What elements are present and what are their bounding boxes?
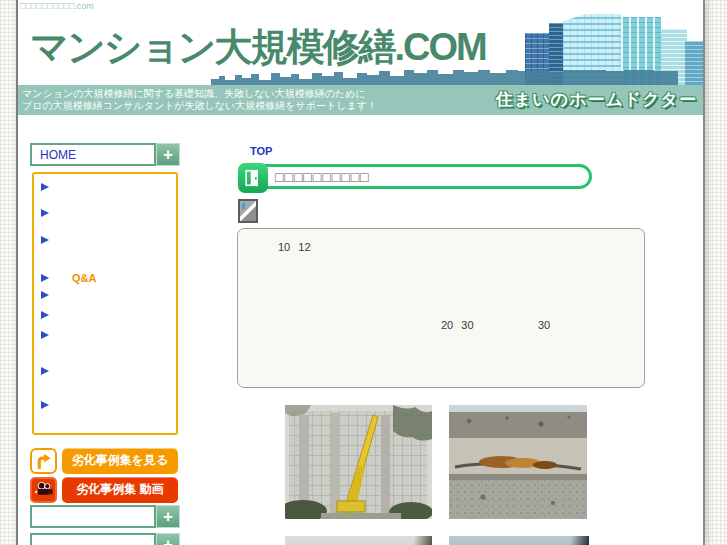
page-container: □□□□□□□□□□.com マンション大規模修繕.COM マンションの大規模修… bbox=[16, 0, 705, 545]
sidebar-menu-item[interactable] bbox=[34, 399, 176, 412]
article-text-box: 10 12 20 30 30 bbox=[237, 228, 645, 388]
header-logo-area: マンション大規模修繕.COM bbox=[18, 14, 703, 85]
breadcrumb-top-link[interactable]: TOP bbox=[250, 145, 272, 157]
sidebar-menu-item[interactable] bbox=[34, 289, 176, 302]
catchcopy-text: 住まいのホームドクター bbox=[496, 88, 697, 111]
plus-icon[interactable]: + bbox=[156, 143, 180, 166]
triangle-bullet-icon bbox=[41, 331, 49, 339]
home-link[interactable]: HOME bbox=[32, 148, 76, 162]
turn-right-arrow-icon bbox=[30, 448, 57, 474]
article-fragment: 20 30 bbox=[441, 319, 474, 331]
sidebar-menu-item[interactable] bbox=[34, 234, 176, 247]
top-strip: □□□□□□□□□□.com bbox=[18, 0, 703, 14]
page-title-bar: □□□□□□□□□□ bbox=[238, 164, 592, 189]
browser-viewport: □□□□□□□□□□.com マンション大規模修繕.COM マンションの大規模修… bbox=[0, 0, 727, 545]
triangle-bullet-icon bbox=[41, 367, 49, 375]
triangle-bullet-icon bbox=[41, 236, 49, 244]
photo-scaffolded-building-with-crane bbox=[285, 405, 432, 519]
plus-icon[interactable]: + bbox=[156, 533, 180, 545]
triangle-bullet-icon bbox=[41, 311, 49, 319]
extra-nav-bar-2: + bbox=[30, 533, 180, 545]
memo-pen-icon bbox=[238, 199, 258, 223]
door-icon bbox=[238, 163, 268, 193]
extra-nav-link-box[interactable] bbox=[30, 533, 156, 545]
triangle-bullet-icon bbox=[41, 291, 49, 299]
sidebar-menu-item[interactable] bbox=[34, 329, 176, 342]
site-title-text: □□□□□□□□□□.com bbox=[20, 1, 94, 11]
photo-row2-right bbox=[449, 536, 589, 545]
tagline-line1: マンションの大規模修繕に関する基礎知識、失敗しない大規模修繕のために bbox=[22, 88, 377, 100]
extra-nav-link-box[interactable] bbox=[30, 505, 156, 528]
photo-concrete-spalling-rust bbox=[449, 405, 587, 519]
case-study-button[interactable]: 劣化事例集を見る bbox=[62, 448, 178, 474]
tagline-line2: プロの大規模修繕コンサルタントが失敗しない大規模修繕をサポートします！ bbox=[22, 100, 377, 112]
photo-row2-left bbox=[285, 536, 432, 545]
sidebar-menu-item-qa[interactable]: Q&A bbox=[34, 272, 176, 285]
tagline-text: マンションの大規模修繕に関する基礎知識、失敗しない大規模修繕のために プロの大規… bbox=[22, 88, 377, 112]
home-link-box[interactable]: HOME bbox=[30, 143, 156, 166]
triangle-bullet-icon bbox=[41, 183, 49, 191]
plus-icon[interactable]: + bbox=[156, 505, 180, 528]
sidebar-menu-item[interactable] bbox=[34, 309, 176, 322]
extra-nav-bar-1: + bbox=[30, 505, 180, 528]
site-logo[interactable]: マンション大規模修繕.COM bbox=[30, 22, 486, 73]
movie-projector-icon bbox=[30, 477, 57, 503]
sidebar-menu-item[interactable] bbox=[34, 181, 176, 194]
article-fragment: 30 bbox=[538, 319, 550, 331]
triangle-bullet-icon bbox=[41, 274, 49, 282]
sidebar-menu-item[interactable] bbox=[34, 365, 176, 378]
case-video-row: 劣化事例集 動画 bbox=[30, 476, 178, 503]
home-nav-bar: HOME + bbox=[30, 143, 180, 166]
triangle-bullet-icon bbox=[41, 209, 49, 217]
case-video-button[interactable]: 劣化事例集 動画 bbox=[62, 477, 178, 503]
case-study-row: 劣化事例集を見る bbox=[30, 447, 178, 474]
article-fragment: 10 12 bbox=[278, 241, 311, 253]
triangle-bullet-icon bbox=[41, 401, 49, 409]
tagline-band: マンションの大規模修繕に関する基礎知識、失敗しない大規模修繕のために プロの大規… bbox=[18, 85, 703, 115]
sidebar-menu-item[interactable] bbox=[34, 207, 176, 220]
page-title: □□□□□□□□□□ bbox=[275, 169, 370, 185]
sidebar-menu: Q&A bbox=[32, 172, 178, 435]
